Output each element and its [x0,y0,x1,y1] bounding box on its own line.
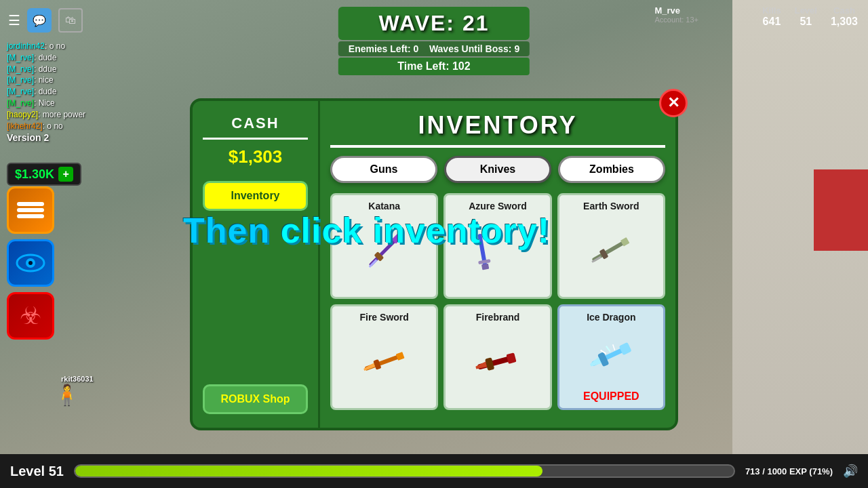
exp-text: 713 / 1000 EXP (71%) [745,466,833,476]
cash-plus-button[interactable]: + [58,167,73,182]
bag-icon[interactable]: 🛍 [58,8,83,33]
modal-tabs: Guns Knives Zombies [330,156,665,183]
enemies-left-label: Enemies Left: [349,43,411,54]
right-wall [732,0,868,488]
sidebar-biohazard-button[interactable]: ☣ [7,292,54,340]
cash-display: $1.30K + [7,163,81,186]
modal-right-panel: INVENTORY Guns Knives Zombies Katana [318,101,675,428]
cash-amount: $1.30K [15,167,54,182]
kills-stat: Kills 641 [762,5,781,28]
menu-icon[interactable]: ☰ [8,12,20,28]
wall-accent [814,169,868,251]
chat-line: [ikhehr42]: o no [7,121,85,132]
waves-boss-value: 9 [514,43,519,54]
chat-line: [M_rve]: ddue [7,64,85,75]
left-sidebar: ☣ [7,186,54,340]
chat-line: [M_rve]: nice [7,75,85,86]
modal-cash-label: CASH [203,115,308,140]
modal-cash-value: $1,303 [203,146,308,167]
player-character: 🧍 [54,383,79,407]
modal-left-panel: CASH $1,303 Inventory ROBUX Shop [193,101,318,428]
item-earth-sword-name: Earth Sword [583,201,639,211]
exp-bar-fill [75,466,542,476]
item-firebrand-name: Firebrand [476,312,520,323]
level-bar: Level 51 713 / 1000 EXP (71%) 🔊 [0,454,868,488]
item-fire-sword-image [338,323,431,403]
chat-line: [haopy2]: more power [7,109,85,121]
item-fire-sword-name: Fire Sword [359,312,408,323]
item-ice-dragon-name: Ice Dragon [587,312,635,323]
svg-rect-1 [17,208,44,212]
item-ice-dragon[interactable]: Ice Dragon EQUIPPED [557,304,665,410]
item-firebrand-image [451,323,544,403]
item-earth-sword[interactable]: Earth Sword [557,193,665,299]
item-katana-image [338,211,431,291]
chat-line: [M_rve]: dude [7,86,85,98]
svg-rect-0 [17,202,44,206]
item-katana-name: Katana [368,201,400,211]
svg-point-5 [28,261,33,265]
item-azure-sword-name: Azure Sword [469,201,527,211]
wave-info: Enemies Left: 0 Waves Until Boss: 9 [338,41,530,56]
item-azure-sword-image [451,211,544,291]
robux-shop-button[interactable]: ROBUX Shop [203,384,308,414]
close-button[interactable]: ✕ [659,89,688,117]
exp-bar-background [74,464,735,478]
tab-guns[interactable]: Guns [330,156,437,183]
version-badge: Version 2 [7,132,49,143]
waves-boss-label: Waves Until Boss: [429,43,512,54]
chat-log: jordinhn42: o no [M_rve]: dude [M_rve]: … [7,41,85,131]
inventory-nav-button[interactable]: Inventory [203,181,308,211]
chat-line: jordinhn42: o no [7,41,85,52]
svg-rect-11 [481,264,489,270]
svg-line-31 [606,346,610,352]
chat-icon[interactable]: 💬 [27,8,52,33]
svg-rect-2 [17,214,44,218]
cash-stat: Cash 1,303 [831,5,858,28]
sidebar-eye-button[interactable] [7,239,54,287]
level-stat: Level 51 [795,5,817,28]
modal-title: INVENTORY [330,111,665,140]
volume-icon[interactable]: 🔊 [843,464,858,479]
svg-rect-23 [506,352,516,364]
sidebar-menu-button[interactable] [7,186,54,234]
tab-zombies[interactable]: Zombies [558,156,665,183]
level-text: Level 51 [10,464,64,479]
modal-cash-section: CASH $1,303 [203,115,308,167]
hud-username: M_rve Account: 13+ [654,5,698,24]
svg-rect-27 [619,342,632,356]
wave-banner: WAVE: 21 Enemies Left: 0 Waves Until Bos… [338,7,530,75]
item-katana[interactable]: Katana [330,193,438,299]
enemies-left-value: 0 [414,43,419,54]
items-grid: Katana Azure Sword [330,193,665,410]
item-azure-sword[interactable]: Azure Sword [443,193,551,299]
item-earth-sword-image [565,211,658,291]
equipped-badge: EQUIPPED [583,390,639,403]
player-name-tag: rkit36031 [61,375,94,383]
chat-line: [M_rve]: Nice [7,98,85,109]
inventory-modal: ✕ CASH $1,303 Inventory ROBUX Shop INVEN… [190,98,678,430]
item-ice-dragon-image [565,323,658,390]
svg-line-32 [612,344,616,350]
modal-divider [330,145,665,148]
hud-stats: Kills 641 Level 51 Cash 1,303 [762,5,858,28]
item-firebrand[interactable]: Firebrand [443,304,551,410]
svg-marker-13 [479,230,479,234]
tab-knives[interactable]: Knives [444,156,551,183]
wave-title: WAVE: 21 [338,7,530,40]
chat-line: [M_rve]: dude [7,52,85,64]
time-left: Time Left: 102 [338,58,530,75]
item-fire-sword[interactable]: Fire Sword [330,304,438,410]
svg-rect-24 [485,357,494,371]
